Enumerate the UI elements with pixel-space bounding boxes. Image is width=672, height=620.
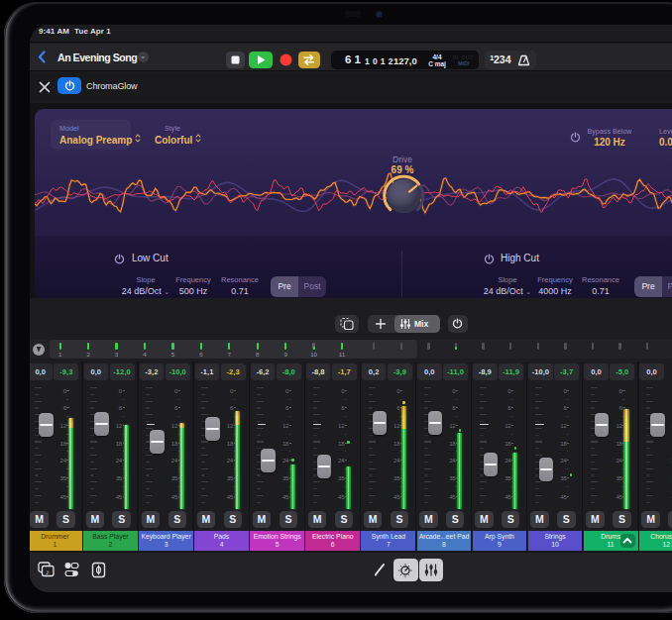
- svg-text:♪: ♪: [46, 568, 50, 575]
